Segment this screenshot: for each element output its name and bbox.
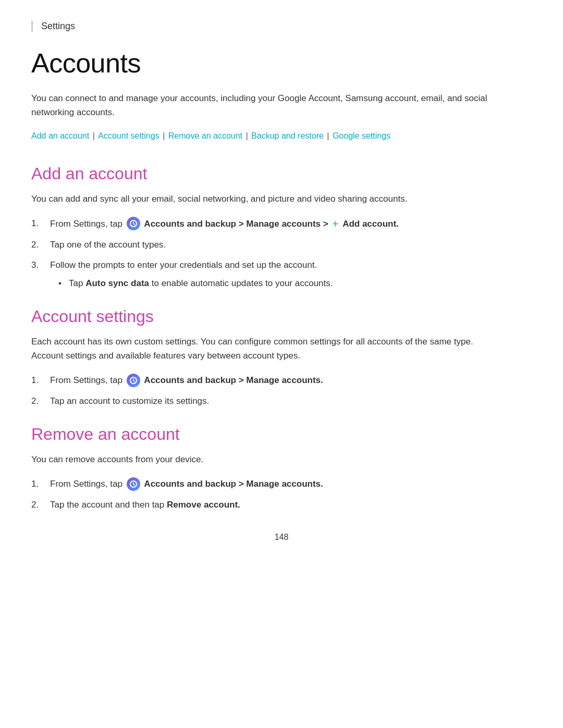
breadcrumb-text: Settings — [41, 21, 75, 31]
nav-link-google-settings[interactable]: Google settings — [333, 131, 390, 140]
page-title: Accounts — [31, 47, 532, 79]
page-number: 148 — [31, 533, 532, 558]
section-add-account: Add an account You can add and sync all … — [31, 164, 532, 291]
bullet-text-after: to enable automatic updates to your acco… — [152, 278, 333, 288]
section-title-remove-account: Remove an account — [31, 425, 532, 444]
nav-links: Add an account | Account settings | Remo… — [31, 129, 532, 143]
step-num-1-ra: 1. — [31, 477, 39, 491]
page-number-text: 148 — [275, 533, 289, 541]
accounts-backup-icon-2 — [127, 374, 140, 387]
step1-ra-text-before: From Settings, tap — [50, 479, 125, 489]
step-num-2-ra: 2. — [31, 498, 39, 512]
step1-bold-text2: Add account. — [342, 219, 399, 229]
plus-icon: ＋ — [331, 218, 340, 229]
step-3-add-account: 3. Follow the prompts to enter your cred… — [31, 258, 532, 290]
page-container: Settings Accounts You can connect to and… — [0, 0, 563, 589]
section-account-settings: Account settings Each account has its ow… — [31, 307, 532, 408]
separator-3: | — [246, 131, 251, 140]
section-intro-add-account: You can add and sync all your email, soc… — [31, 192, 500, 206]
account-settings-steps: 1. From Settings, tap Accounts and backu… — [31, 373, 532, 408]
step-num-3: 3. — [31, 258, 39, 272]
step-num-1-as: 1. — [31, 373, 39, 387]
step-2-remove-account: 2. Tap the account and then tap Remove a… — [31, 498, 532, 512]
step1-ra-bold: Accounts and backup > Manage accounts. — [144, 479, 323, 489]
nav-link-backup-restore[interactable]: Backup and restore — [251, 131, 324, 140]
breadcrumb: Settings — [31, 21, 532, 32]
separator-4: | — [327, 131, 332, 140]
page-intro: You can connect to and manage your accou… — [31, 91, 500, 119]
step1-text-before: From Settings, tap — [50, 219, 125, 229]
step-2-add-account: 2. Tap one of the account types. — [31, 238, 532, 252]
bullet-text-before: Tap — [69, 278, 85, 288]
add-account-steps: 1. From Settings, tap Accounts and backu… — [31, 216, 532, 290]
step2-ra-bold: Remove account. — [167, 500, 240, 510]
step-2-account-settings: 2. Tap an account to customize its setti… — [31, 394, 532, 408]
step1-as-bold: Accounts and backup > Manage accounts. — [144, 375, 323, 385]
separator-1: | — [93, 131, 97, 140]
step-1-account-settings: 1. From Settings, tap Accounts and backu… — [31, 373, 532, 388]
step2-as-text: Tap an account to customize its settings… — [50, 396, 209, 406]
separator-2: | — [163, 131, 167, 140]
step1-bold-text: Accounts and backup > Manage accounts > — [144, 219, 331, 229]
section-intro-account-settings: Each account has its own custom settings… — [31, 335, 500, 363]
step-num-2: 2. — [31, 238, 39, 252]
step-1-remove-account: 1. From Settings, tap Accounts and backu… — [31, 477, 532, 491]
step2-text: Tap one of the account types. — [50, 240, 166, 250]
accounts-backup-icon-3 — [127, 477, 140, 491]
accounts-backup-icon-1 — [127, 217, 140, 230]
bullet-bold: Auto sync data — [85, 278, 149, 288]
section-title-account-settings: Account settings — [31, 307, 532, 326]
step-1-add-account: 1. From Settings, tap Accounts and backu… — [31, 216, 532, 231]
step3-text: Follow the prompts to enter your credent… — [50, 260, 317, 270]
remove-account-steps: 1. From Settings, tap Accounts and backu… — [31, 477, 532, 512]
nav-link-account-settings[interactable]: Account settings — [98, 131, 159, 140]
section-title-add-account: Add an account — [31, 164, 532, 183]
step-num-1: 1. — [31, 216, 39, 230]
step-num-2-as: 2. — [31, 394, 39, 408]
nav-link-add-account[interactable]: Add an account — [31, 131, 89, 140]
bullet-auto-sync: Tap Auto sync data to enable automatic u… — [50, 276, 532, 290]
step1-as-text-before: From Settings, tap — [50, 375, 125, 385]
add-account-bullets: Tap Auto sync data to enable automatic u… — [50, 276, 532, 290]
section-remove-account: Remove an account You can remove account… — [31, 425, 532, 512]
section-intro-remove-account: You can remove accounts from your device… — [31, 452, 500, 466]
nav-link-remove-account[interactable]: Remove an account — [168, 131, 242, 140]
step2-ra-text-before: Tap the account and then tap — [50, 500, 167, 510]
